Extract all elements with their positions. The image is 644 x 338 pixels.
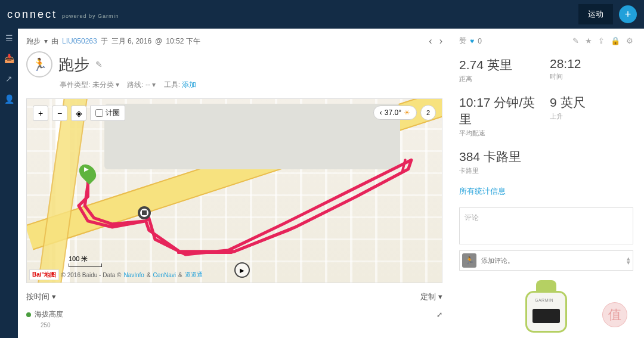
profile-icon[interactable]: 👤 — [4, 94, 14, 104]
layers-button[interactable]: ◈ — [71, 106, 86, 121]
all-stats-link[interactable]: 所有统计信息 — [459, 186, 633, 197]
bc-category[interactable]: 跑步 — [26, 36, 41, 46]
star-icon[interactable]: ★ — [585, 36, 592, 45]
add-button[interactable]: + — [619, 5, 637, 23]
tools-add-link[interactable]: 添加 — [182, 80, 196, 89]
chevron-down-icon[interactable]: ▾ — [152, 80, 156, 89]
stat-time: 28:12 时间 — [550, 57, 633, 83]
prev-activity-icon[interactable]: ‹ — [429, 36, 432, 46]
stat-calories: 384 卡路里 卡路里 — [459, 148, 633, 175]
route-label: 路线: — [127, 80, 143, 89]
map-play-button[interactable]: ▶ — [234, 262, 250, 278]
end-marker[interactable] — [138, 206, 151, 219]
distance-label: 距离 — [459, 75, 543, 83]
likes-label[interactable]: 赞 — [459, 36, 466, 46]
elevation-value: 9 英尺 — [550, 94, 633, 111]
chart-legend: 海拔高度 ⤢ — [26, 309, 442, 320]
stats-grid: 2.74 英里 距离 28:12 时间 10:17 分钟/英里 平均配速 9 英… — [459, 57, 633, 175]
share-icon[interactable]: ⇪ — [598, 36, 605, 45]
laps-checkbox[interactable] — [95, 109, 103, 117]
sun-icon: ☀ — [404, 108, 410, 117]
calories-label: 卡路里 — [459, 166, 633, 175]
baidu-logo[interactable]: Bai°地图 — [29, 269, 59, 280]
tools-label: 工具: — [164, 80, 180, 89]
expand-chart-icon[interactable]: ⤢ — [436, 311, 442, 319]
scale-text: 100 米 — [69, 255, 102, 263]
map[interactable]: + − ◈ 计圈 ‹ 37.0° ☀ 2 ▶ 100 米 — [26, 98, 442, 283]
sidebar: ☰ 📥 ↗ 👤 — [0, 29, 18, 338]
edit-icon[interactable]: ✎ — [572, 36, 579, 45]
activity-title: 跑步 — [58, 54, 89, 75]
event-type-label: 事件类型: — [60, 80, 90, 89]
bc-date: 三月 6, 2016 — [112, 36, 151, 46]
map-controls-topright: ‹ 37.0° ☀ 2 — [373, 105, 436, 120]
distance-value: 2.74 英里 — [459, 57, 543, 73]
elevation-legend-label: 海拔高度 — [35, 309, 63, 320]
navinfo-link[interactable]: NavInfo — [123, 272, 144, 278]
title-row: 🏃 跑步 ✎ — [26, 51, 442, 77]
comment-input[interactable] — [481, 257, 622, 264]
chart-header: 按时间 ▾ 定制 ▾ — [26, 292, 442, 302]
logo-text: connect — [7, 8, 57, 21]
comment-input-row: 🏃 ▴▾ — [459, 250, 633, 271]
comment-avatar-icon: 🏃 — [462, 253, 476, 268]
elevation-label: 上升 — [550, 112, 633, 121]
bc-time: 10:52 下午 — [166, 36, 200, 46]
chart-y-axis: 250 — [41, 322, 442, 328]
main-content: 跑步 ▾ 由 LIU050263 于 三月 6, 2016 @ 10:52 下午… — [18, 29, 452, 338]
map-attribution: Bai°地图 © 2016 Baidu - Data © NavInfo & C… — [29, 269, 203, 280]
cennavi-link[interactable]: CenNavi — [153, 272, 176, 278]
lap-count-badge[interactable]: 2 — [420, 105, 436, 120]
next-activity-icon[interactable]: › — [439, 36, 442, 46]
temperature-badge[interactable]: ‹ 37.0° ☀ — [373, 106, 417, 120]
route-value[interactable]: -- — [145, 80, 150, 89]
comment-expand-icon[interactable]: ▴▾ — [627, 256, 630, 265]
activity-type-icon: 🏃 — [26, 51, 52, 77]
likes-count: 0 — [478, 37, 482, 45]
laps-toggle[interactable]: 计圈 — [90, 105, 125, 121]
right-column: 赞 ♥ 0 ✎ ★ ⇪ 🔒 ⚙ 2.74 英里 距离 28:12 时间 10:1… — [452, 29, 644, 338]
bc-by: 由 — [51, 36, 58, 46]
comments-box: 评论 — [459, 207, 633, 244]
stat-pace: 10:17 分钟/英里 平均配速 — [459, 94, 543, 138]
chart-custom-dropdown[interactable]: 定制 ▾ — [420, 292, 442, 302]
bc-user[interactable]: LIU050263 — [62, 37, 97, 45]
chevron-down-icon[interactable]: ▾ — [44, 37, 48, 45]
edit-title-icon[interactable]: ✎ — [95, 60, 103, 69]
meta-row: 事件类型: 未分类 ▾ 路线: -- ▾ 工具: 添加 — [60, 80, 442, 90]
zoom-out-button[interactable]: − — [52, 106, 67, 121]
attrib-text: © 2016 Baidu - Data © — [61, 272, 122, 278]
temperature-value: 37.0° — [385, 108, 401, 117]
topbar: connect powered by Garmin 运动 + — [0, 0, 644, 29]
logo-subtitle: powered by Garmin — [62, 13, 119, 19]
chart-by-time-dropdown[interactable]: 按时间 ▾ — [26, 292, 56, 302]
likes-row: 赞 ♥ 0 ✎ ★ ⇪ 🔒 ⚙ — [459, 36, 633, 46]
time-value: 28:12 — [550, 57, 633, 71]
heart-icon[interactable]: ♥ — [470, 37, 474, 45]
start-marker[interactable] — [80, 163, 95, 182]
inbox-icon[interactable]: 📥 — [4, 54, 14, 63]
gear-icon[interactable]: ⚙ — [626, 36, 633, 45]
stat-distance: 2.74 英里 距离 — [459, 57, 543, 83]
event-type-value[interactable]: 未分类 — [92, 80, 114, 89]
time-label: 时间 — [550, 72, 633, 81]
menu-icon[interactable]: ☰ — [5, 33, 13, 43]
laps-label: 计圈 — [106, 108, 120, 118]
breadcrumb: 跑步 ▾ 由 LIU050263 于 三月 6, 2016 @ 10:52 下午… — [26, 36, 442, 46]
daodao-link[interactable]: 道道通 — [185, 271, 203, 279]
activity-dropdown[interactable]: 运动 — [578, 4, 613, 24]
chevron-down-icon[interactable]: ▾ — [116, 80, 119, 89]
chevron-left-icon[interactable]: ‹ — [380, 108, 382, 117]
lock-icon[interactable]: 🔒 — [611, 36, 620, 45]
map-controls-topleft: + − ◈ 计圈 — [33, 105, 125, 121]
watermark: 值 — [602, 302, 627, 327]
stat-elevation: 9 英尺 上升 — [550, 94, 633, 138]
map-scale: 100 米 — [69, 255, 102, 267]
bc-on: 于 — [101, 36, 108, 46]
zoom-in-button[interactable]: + — [33, 106, 48, 121]
bc-at: @ — [155, 37, 162, 45]
stats-icon[interactable]: ↗ — [5, 74, 13, 83]
logo[interactable]: connect powered by Garmin — [7, 8, 119, 21]
pace-value: 10:17 分钟/英里 — [459, 94, 543, 128]
device-brand: GARMIN — [535, 298, 553, 302]
